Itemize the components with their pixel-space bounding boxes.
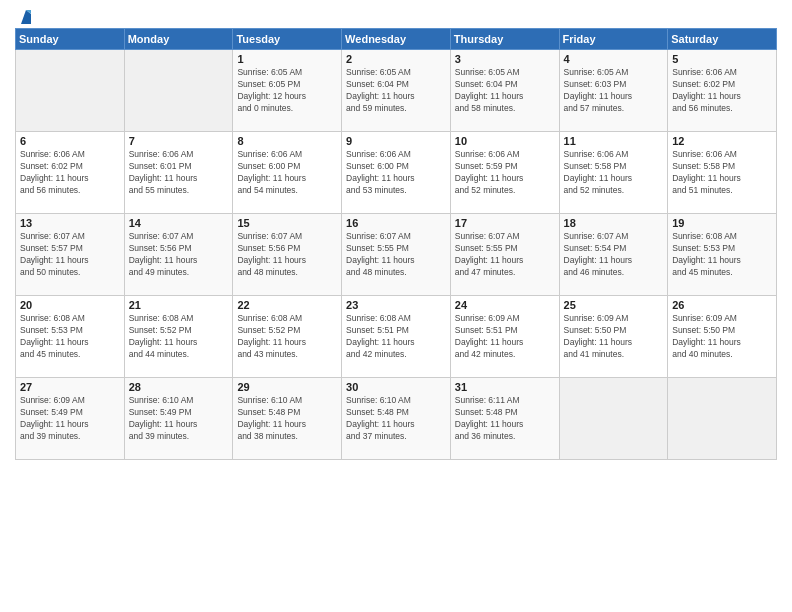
- calendar-cell: 31Sunrise: 6:11 AM Sunset: 5:48 PM Dayli…: [450, 378, 559, 460]
- day-number: 6: [20, 135, 120, 147]
- calendar-cell: 5Sunrise: 6:06 AM Sunset: 6:02 PM Daylig…: [668, 50, 777, 132]
- calendar-cell: 23Sunrise: 6:08 AM Sunset: 5:51 PM Dayli…: [342, 296, 451, 378]
- day-number: 19: [672, 217, 772, 229]
- weekday-header: Thursday: [450, 29, 559, 50]
- day-number: 21: [129, 299, 229, 311]
- calendar-cell: 13Sunrise: 6:07 AM Sunset: 5:57 PM Dayli…: [16, 214, 125, 296]
- header: [15, 10, 777, 22]
- calendar-cell: 2Sunrise: 6:05 AM Sunset: 6:04 PM Daylig…: [342, 50, 451, 132]
- day-info: Sunrise: 6:08 AM Sunset: 5:53 PM Dayligh…: [672, 231, 772, 279]
- day-number: 13: [20, 217, 120, 229]
- day-info: Sunrise: 6:07 AM Sunset: 5:55 PM Dayligh…: [346, 231, 446, 279]
- day-number: 26: [672, 299, 772, 311]
- day-number: 7: [129, 135, 229, 147]
- calendar-cell: 8Sunrise: 6:06 AM Sunset: 6:00 PM Daylig…: [233, 132, 342, 214]
- calendar-cell: 24Sunrise: 6:09 AM Sunset: 5:51 PM Dayli…: [450, 296, 559, 378]
- calendar-cell: 6Sunrise: 6:06 AM Sunset: 6:02 PM Daylig…: [16, 132, 125, 214]
- day-info: Sunrise: 6:09 AM Sunset: 5:50 PM Dayligh…: [564, 313, 664, 361]
- day-info: Sunrise: 6:06 AM Sunset: 6:02 PM Dayligh…: [20, 149, 120, 197]
- day-number: 22: [237, 299, 337, 311]
- calendar-week-row: 6Sunrise: 6:06 AM Sunset: 6:02 PM Daylig…: [16, 132, 777, 214]
- calendar-cell: [668, 378, 777, 460]
- day-number: 3: [455, 53, 555, 65]
- day-info: Sunrise: 6:07 AM Sunset: 5:56 PM Dayligh…: [129, 231, 229, 279]
- day-number: 10: [455, 135, 555, 147]
- day-number: 30: [346, 381, 446, 393]
- calendar-header-row: SundayMondayTuesdayWednesdayThursdayFrid…: [16, 29, 777, 50]
- calendar-cell: 16Sunrise: 6:07 AM Sunset: 5:55 PM Dayli…: [342, 214, 451, 296]
- day-info: Sunrise: 6:08 AM Sunset: 5:52 PM Dayligh…: [129, 313, 229, 361]
- calendar-cell: 18Sunrise: 6:07 AM Sunset: 5:54 PM Dayli…: [559, 214, 668, 296]
- calendar-cell: 3Sunrise: 6:05 AM Sunset: 6:04 PM Daylig…: [450, 50, 559, 132]
- logo-icon: [17, 8, 35, 26]
- calendar-cell: 20Sunrise: 6:08 AM Sunset: 5:53 PM Dayli…: [16, 296, 125, 378]
- weekday-header: Friday: [559, 29, 668, 50]
- day-info: Sunrise: 6:09 AM Sunset: 5:50 PM Dayligh…: [672, 313, 772, 361]
- calendar-week-row: 1Sunrise: 6:05 AM Sunset: 6:05 PM Daylig…: [16, 50, 777, 132]
- day-number: 20: [20, 299, 120, 311]
- day-number: 14: [129, 217, 229, 229]
- calendar-cell: 29Sunrise: 6:10 AM Sunset: 5:48 PM Dayli…: [233, 378, 342, 460]
- weekday-header: Sunday: [16, 29, 125, 50]
- weekday-header: Wednesday: [342, 29, 451, 50]
- day-info: Sunrise: 6:06 AM Sunset: 6:02 PM Dayligh…: [672, 67, 772, 115]
- calendar-week-row: 27Sunrise: 6:09 AM Sunset: 5:49 PM Dayli…: [16, 378, 777, 460]
- day-info: Sunrise: 6:05 AM Sunset: 6:05 PM Dayligh…: [237, 67, 337, 115]
- calendar-cell: 10Sunrise: 6:06 AM Sunset: 5:59 PM Dayli…: [450, 132, 559, 214]
- calendar-cell: 1Sunrise: 6:05 AM Sunset: 6:05 PM Daylig…: [233, 50, 342, 132]
- day-number: 15: [237, 217, 337, 229]
- day-info: Sunrise: 6:06 AM Sunset: 5:59 PM Dayligh…: [455, 149, 555, 197]
- day-number: 28: [129, 381, 229, 393]
- day-info: Sunrise: 6:05 AM Sunset: 6:03 PM Dayligh…: [564, 67, 664, 115]
- day-info: Sunrise: 6:07 AM Sunset: 5:55 PM Dayligh…: [455, 231, 555, 279]
- day-info: Sunrise: 6:07 AM Sunset: 5:56 PM Dayligh…: [237, 231, 337, 279]
- calendar-week-row: 13Sunrise: 6:07 AM Sunset: 5:57 PM Dayli…: [16, 214, 777, 296]
- calendar-cell: [559, 378, 668, 460]
- weekday-header: Tuesday: [233, 29, 342, 50]
- calendar-cell: 17Sunrise: 6:07 AM Sunset: 5:55 PM Dayli…: [450, 214, 559, 296]
- day-info: Sunrise: 6:06 AM Sunset: 6:00 PM Dayligh…: [346, 149, 446, 197]
- day-number: 4: [564, 53, 664, 65]
- calendar-cell: [124, 50, 233, 132]
- day-info: Sunrise: 6:08 AM Sunset: 5:53 PM Dayligh…: [20, 313, 120, 361]
- calendar-cell: 11Sunrise: 6:06 AM Sunset: 5:58 PM Dayli…: [559, 132, 668, 214]
- calendar-cell: 30Sunrise: 6:10 AM Sunset: 5:48 PM Dayli…: [342, 378, 451, 460]
- day-number: 12: [672, 135, 772, 147]
- calendar-cell: 21Sunrise: 6:08 AM Sunset: 5:52 PM Dayli…: [124, 296, 233, 378]
- calendar-table: SundayMondayTuesdayWednesdayThursdayFrid…: [15, 28, 777, 460]
- calendar-cell: 4Sunrise: 6:05 AM Sunset: 6:03 PM Daylig…: [559, 50, 668, 132]
- calendar-cell: 15Sunrise: 6:07 AM Sunset: 5:56 PM Dayli…: [233, 214, 342, 296]
- day-number: 11: [564, 135, 664, 147]
- day-info: Sunrise: 6:09 AM Sunset: 5:51 PM Dayligh…: [455, 313, 555, 361]
- day-info: Sunrise: 6:11 AM Sunset: 5:48 PM Dayligh…: [455, 395, 555, 443]
- day-number: 29: [237, 381, 337, 393]
- day-info: Sunrise: 6:10 AM Sunset: 5:49 PM Dayligh…: [129, 395, 229, 443]
- day-number: 2: [346, 53, 446, 65]
- calendar-container: SundayMondayTuesdayWednesdayThursdayFrid…: [0, 0, 792, 612]
- calendar-cell: 9Sunrise: 6:06 AM Sunset: 6:00 PM Daylig…: [342, 132, 451, 214]
- day-number: 31: [455, 381, 555, 393]
- day-number: 24: [455, 299, 555, 311]
- calendar-cell: 25Sunrise: 6:09 AM Sunset: 5:50 PM Dayli…: [559, 296, 668, 378]
- day-number: 18: [564, 217, 664, 229]
- logo: [15, 10, 35, 22]
- weekday-header: Monday: [124, 29, 233, 50]
- calendar-cell: 22Sunrise: 6:08 AM Sunset: 5:52 PM Dayli…: [233, 296, 342, 378]
- calendar-cell: 12Sunrise: 6:06 AM Sunset: 5:58 PM Dayli…: [668, 132, 777, 214]
- day-number: 17: [455, 217, 555, 229]
- day-number: 16: [346, 217, 446, 229]
- day-number: 8: [237, 135, 337, 147]
- day-number: 27: [20, 381, 120, 393]
- day-number: 25: [564, 299, 664, 311]
- day-number: 1: [237, 53, 337, 65]
- day-number: 23: [346, 299, 446, 311]
- calendar-cell: 14Sunrise: 6:07 AM Sunset: 5:56 PM Dayli…: [124, 214, 233, 296]
- calendar-cell: 7Sunrise: 6:06 AM Sunset: 6:01 PM Daylig…: [124, 132, 233, 214]
- calendar-week-row: 20Sunrise: 6:08 AM Sunset: 5:53 PM Dayli…: [16, 296, 777, 378]
- calendar-cell: 26Sunrise: 6:09 AM Sunset: 5:50 PM Dayli…: [668, 296, 777, 378]
- day-info: Sunrise: 6:05 AM Sunset: 6:04 PM Dayligh…: [346, 67, 446, 115]
- calendar-cell: [16, 50, 125, 132]
- day-info: Sunrise: 6:07 AM Sunset: 5:57 PM Dayligh…: [20, 231, 120, 279]
- weekday-header: Saturday: [668, 29, 777, 50]
- day-info: Sunrise: 6:08 AM Sunset: 5:51 PM Dayligh…: [346, 313, 446, 361]
